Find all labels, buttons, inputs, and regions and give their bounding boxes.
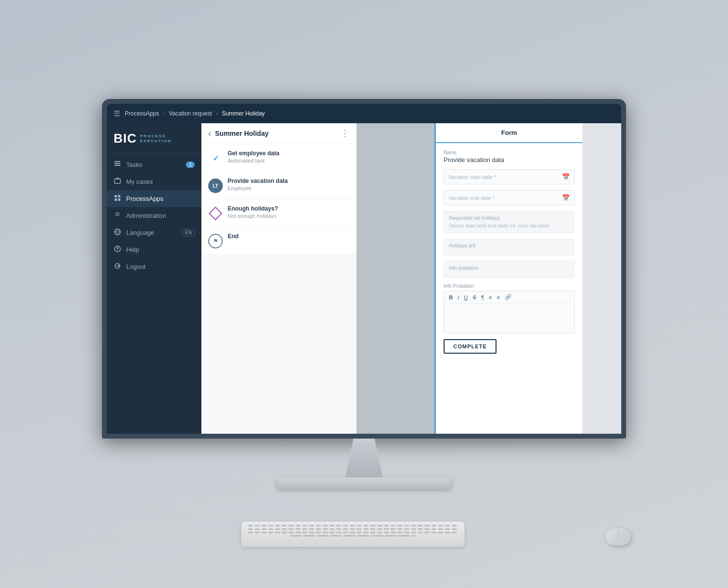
tasks-badge: 1 [186, 162, 195, 168]
breadcrumb-summer: Summer Holiday [222, 110, 265, 117]
sidebar-item-language[interactable]: Language EN [107, 224, 201, 241]
task-item-provide-vacation[interactable]: LT Provide vacation data Employee [201, 172, 356, 199]
help-icon [114, 245, 121, 254]
svg-rect-7 [118, 198, 120, 201]
tasks-list-panel: ‹ Summer Holiday ⋮ ✓ [201, 123, 357, 434]
form-info-probation-rich: Info Probation B I U S ¶ [444, 283, 575, 333]
svg-rect-3 [115, 179, 120, 183]
svg-rect-2 [115, 165, 120, 166]
toolbar-ol[interactable]: ≡ [495, 294, 502, 301]
task-icon-user: LT [208, 179, 223, 193]
breadcrumb: ProcessApps › Vacation request › Summer … [125, 110, 265, 117]
rich-text-toolbar: B I U S ¶ ≡ ≡ 🔗 [444, 291, 574, 304]
logout-label: Logout [126, 263, 146, 270]
mycases-label: My cases [126, 178, 153, 185]
vacation-end-label: Vacation end date * [448, 195, 562, 201]
tasks-icon [114, 161, 121, 169]
logout-icon [114, 262, 121, 271]
svg-rect-0 [115, 161, 120, 162]
language-badge: EN [182, 229, 195, 236]
svg-rect-4 [115, 195, 117, 197]
rich-text-content-area[interactable] [444, 304, 574, 333]
top-nav: ☰ ProcessApps › Vacation request › Summe… [107, 104, 621, 123]
form-info-probation: Info probation [444, 261, 575, 278]
task-item-enough-holidays[interactable]: Enough holidays? Not enough holidays [201, 199, 356, 227]
logo-area: BIC PROCESS EXECUTION [107, 123, 201, 153]
toolbar-italic[interactable]: I [456, 294, 461, 301]
keyboard[interactable] [241, 522, 464, 547]
vacation-start-label: Vacation start date * [448, 174, 562, 180]
form-header: Form [436, 123, 582, 143]
task-info-get-employee: Get employee data Automated task [228, 150, 280, 163]
task-icon-diamond-wrapper [208, 206, 223, 221]
toolbar-underline[interactable]: U [462, 294, 470, 301]
form-body: Name Provide vacation data Vacation star… [436, 143, 582, 360]
svg-rect-6 [115, 198, 117, 201]
sidebar-item-tasks[interactable]: Tasks 1 [107, 156, 201, 173]
mycases-icon [114, 178, 121, 186]
svg-rect-5 [118, 195, 120, 197]
toolbar-link[interactable]: 🔗 [503, 293, 513, 301]
tasks-panel-title: Summer Holiday [215, 130, 341, 137]
requested-label: Requested net holidays [449, 215, 569, 221]
mouse[interactable] [606, 528, 631, 545]
form-name-label: Name [444, 150, 575, 155]
sidebar-item-administration[interactable]: Administration [107, 207, 201, 224]
nav-items: Tasks 1 My cases [107, 153, 201, 434]
form-vacation-end[interactable]: Vacation end date * 📅 [444, 190, 575, 205]
holidays-left-label: Holidays left [449, 243, 569, 248]
breadcrumb-processapps[interactable]: ProcessApps [125, 110, 159, 117]
monitor-stand-base [277, 477, 451, 489]
form-name-field: Name Provide vacation data [444, 150, 575, 163]
breadcrumb-vacation[interactable]: Vacation request [169, 110, 212, 117]
content-area: ‹ Summer Holiday ⋮ ✓ [201, 123, 621, 434]
processapps-label: ProcessApps [126, 195, 164, 202]
task-info-provide-vacation: Provide vacation data Employee [228, 178, 288, 191]
language-label: Language [126, 229, 154, 236]
task-info-enough-holidays: Enough holidays? Not enough holidays [228, 205, 278, 219]
task-name-get-employee: Get employee data [228, 150, 280, 157]
form-panel: Form Name Provide vacation data [434, 123, 582, 434]
toolbar-strikethrough[interactable]: S [471, 294, 478, 301]
sidebar-item-mycases[interactable]: My cases [107, 173, 201, 190]
form-name-value: Provide vacation data [444, 156, 575, 163]
toolbar-paragraph[interactable]: ¶ [479, 294, 486, 301]
sidebar-item-help[interactable]: Help [107, 241, 201, 258]
rich-text-label: Info Probation [444, 283, 575, 289]
hamburger-icon[interactable]: ☰ [114, 109, 120, 118]
tasks-label: Tasks [126, 161, 142, 168]
logo-sub-process: PROCESS [140, 134, 172, 139]
toolbar-ul[interactable]: ≡ [487, 294, 494, 301]
language-icon [114, 229, 121, 237]
sidebar-item-logout[interactable]: Logout [107, 258, 201, 275]
task-info-end: End [228, 233, 239, 240]
middle-overlay [357, 123, 434, 434]
complete-button[interactable]: COMPLETE [444, 339, 496, 354]
form-vacation-start[interactable]: Vacation start date * 📅 [444, 169, 575, 184]
calendar-start-icon: 📅 [562, 173, 570, 180]
task-item-get-employee: ✓ Get employee data Automated task [201, 144, 356, 172]
logo-sub-execution: EXECUTION [140, 139, 172, 144]
administration-label: Administration [126, 212, 166, 219]
sidebar-item-processapps[interactable]: ProcessApps [107, 190, 201, 207]
help-label: Help [126, 246, 139, 253]
task-sub-get-employee: Automated task [228, 158, 280, 163]
form-holidays-left: Holidays left [444, 239, 575, 255]
svg-point-10 [117, 250, 118, 251]
app-container: ☰ ProcessApps › Vacation request › Summe… [107, 104, 621, 434]
main-area: BIC PROCESS EXECUTION [107, 123, 621, 434]
task-icon-check: ✓ [208, 151, 223, 165]
task-name-enough-holidays: Enough holidays? [228, 205, 278, 212]
monitor-stand-neck [337, 439, 391, 477]
processapps-icon [114, 195, 121, 203]
calendar-end-icon: 📅 [562, 194, 570, 201]
more-options-icon[interactable]: ⋮ [341, 128, 349, 139]
administration-icon [114, 212, 121, 220]
task-item-end[interactable]: ⚑ End [201, 227, 356, 255]
toolbar-bold[interactable]: B [447, 294, 455, 301]
back-button[interactable]: ‹ [208, 129, 211, 139]
task-sub-provide-vacation: Employee [228, 185, 288, 191]
info-probation-label: Info probation [449, 265, 569, 271]
task-name-end: End [228, 233, 239, 240]
task-icon-flag: ⚑ [208, 234, 223, 248]
